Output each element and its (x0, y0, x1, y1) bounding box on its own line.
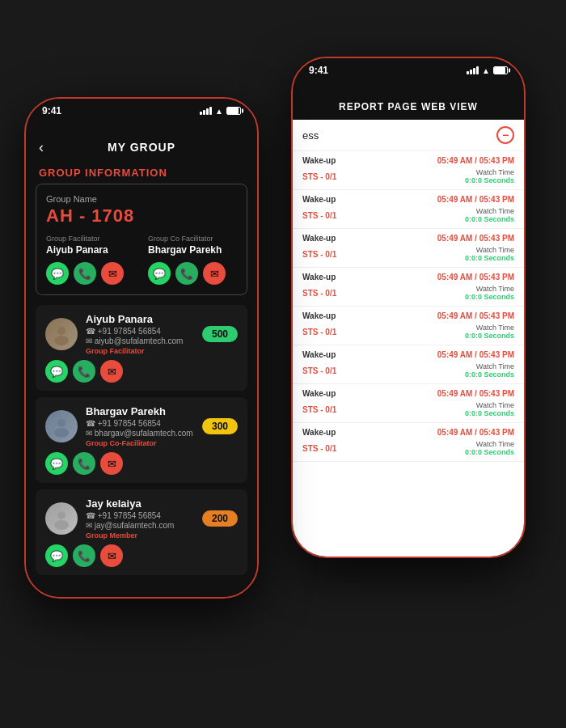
signal-bars-icon (200, 107, 212, 115)
battery-2-icon (493, 66, 508, 74)
member-2-whatsapp-btn[interactable]: 💬 (45, 544, 68, 567)
member-name-0: Aiyub Panara (86, 313, 202, 325)
report-times-7: 05:49 AM / 05:43 PM (437, 428, 514, 437)
group-info-card: Group Name AH - 1708 Group Facilitator A… (36, 184, 247, 295)
member-actions-2: 💬 📞 ✉ (45, 544, 238, 567)
member-2-email-btn[interactable]: ✉ (100, 544, 123, 567)
avatar-2 (45, 502, 78, 535)
report-row-bottom-4: STS - 0/1 Watch Time 0:0:0 Seconds (293, 322, 524, 345)
member-name-1: Bhargav Parekh (86, 405, 202, 417)
phone1-content: GROUP INFORMATION Group Name AH - 1708 G… (26, 160, 257, 599)
report-sts-7: STS - 0/1 (302, 444, 336, 453)
watch-time-value-6: 0:0:0 Seconds (465, 409, 514, 417)
member-0-call-btn[interactable]: 📞 (73, 360, 95, 383)
member-1-call-btn[interactable]: 📞 (73, 452, 95, 475)
svg-point-1 (54, 336, 69, 345)
member-1-email-btn[interactable]: ✉ (100, 452, 123, 475)
cofacilitator-email-btn[interactable]: ✉ (203, 262, 226, 285)
svg-point-4 (57, 511, 65, 519)
watch-col-6: Watch Time 0:0:0 Seconds (465, 401, 514, 417)
back-button[interactable]: ‹ (39, 139, 44, 156)
member-header-0: Aiyub Panara ☎ +91 97854 56854 ✉ aiyub@s… (45, 313, 238, 355)
svg-point-2 (57, 419, 65, 427)
facilitator-actions: 💬 📞 ✉ (46, 262, 135, 285)
facilitators-row: Group Facilitator Aiyub Panara 💬 📞 ✉ Gro… (46, 235, 237, 285)
report-row-1: Wake-up 05:49 AM / 05:43 PM STS - 0/1 Wa… (293, 190, 524, 229)
member-1-whatsapp-btn[interactable]: 💬 (45, 452, 68, 475)
report-sts-6: STS - 0/1 (302, 405, 336, 414)
report-row-4: Wake-up 05:49 AM / 05:43 PM STS - 0/1 Wa… (293, 307, 524, 345)
report-sts-3: STS - 0/1 (302, 289, 336, 298)
member-phone-0: ☎ +91 97854 56854 (86, 327, 202, 336)
member-email-2: ✉ jay@sufalamtech.com (86, 521, 202, 530)
report-row-top-6: Wake-up 05:49 AM / 05:43 PM (293, 384, 524, 400)
report-top-bar: ess − (293, 120, 524, 151)
status-icons-1: ▲ (200, 107, 241, 116)
member-score-0: 500 (202, 326, 238, 342)
member-role-2: Group Member (86, 531, 202, 540)
member-score-1: 300 (202, 418, 238, 434)
group-name-label: Group Name (46, 194, 237, 204)
svg-point-5 (54, 520, 69, 530)
report-minus-button[interactable]: − (496, 126, 514, 144)
watch-time-value-5: 0:0:0 Seconds (465, 370, 514, 379)
member-0-email-btn[interactable]: ✉ (100, 360, 123, 383)
svg-point-0 (57, 327, 65, 335)
report-times-1: 05:49 AM / 05:43 PM (437, 195, 514, 204)
report-content: ess − Wake-up 05:49 AM / 05:43 PM STS - … (293, 120, 524, 558)
report-sts-5: STS - 0/1 (302, 366, 336, 375)
watch-time-label-1: Watch Time (465, 207, 514, 215)
report-row-top-2: Wake-up 05:49 AM / 05:43 PM (293, 229, 524, 244)
phone-1: 9:41 ▲ ‹ MY GROUP GROUP IN (24, 97, 259, 599)
member-info-1: Bhargav Parekh ☎ +91 97854 56854 ✉ bharg… (86, 405, 202, 447)
watch-col-0: Watch Time 0:0:0 Seconds (465, 168, 514, 184)
report-times-4: 05:49 AM / 05:43 PM (437, 311, 514, 320)
report-row-top-5: Wake-up 05:49 AM / 05:43 PM (293, 345, 524, 361)
watch-col-3: Watch Time 0:0:0 Seconds (465, 285, 514, 301)
report-ess-label: ess (302, 129, 319, 142)
report-row-bottom-7: STS - 0/1 Watch Time 0:0:0 Seconds (293, 438, 524, 461)
facilitator-email-btn[interactable]: ✉ (101, 262, 124, 285)
wakeup-label-3: Wake-up (302, 273, 336, 281)
cofacilitator-whatsapp-btn[interactable]: 💬 (148, 262, 171, 285)
report-row-bottom-0: STS - 0/1 Watch Time 0:0:0 Seconds (293, 167, 524, 189)
facilitator-whatsapp-btn[interactable]: 💬 (46, 262, 69, 285)
watch-time-label-4: Watch Time (465, 324, 514, 332)
report-row-bottom-6: STS - 0/1 Watch Time 0:0:0 Seconds (293, 400, 524, 422)
member-role-1: Group Co-Facilitator (86, 439, 202, 447)
wakeup-label-4: Wake-up (302, 311, 336, 320)
watch-time-value-4: 0:0:0 Seconds (465, 332, 514, 340)
member-header-2: Jay kelaiya ☎ +91 97854 56854 ✉ jay@sufa… (45, 497, 238, 540)
facilitator-label: Group Facilitator (46, 235, 135, 243)
report-times-6: 05:49 AM / 05:43 PM (437, 389, 514, 398)
page-title-mygroup: MY GROUP (108, 141, 175, 154)
report-row-top-3: Wake-up 05:49 AM / 05:43 PM (293, 268, 524, 283)
wifi-icon: ▲ (215, 107, 223, 116)
report-times-5: 05:49 AM / 05:43 PM (437, 350, 514, 359)
member-phone-1: ☎ +91 97854 56854 (86, 419, 202, 428)
group-info-section-title: GROUP INFORMATION (26, 160, 257, 184)
watch-col-1: Watch Time 0:0:0 Seconds (465, 207, 514, 223)
report-row-7: Wake-up 05:49 AM / 05:43 PM STS - 0/1 Wa… (293, 423, 524, 462)
report-sts-4: STS - 0/1 (302, 328, 336, 336)
cofacilitator-call-btn[interactable]: 📞 (175, 262, 198, 285)
report-row-top-0: Wake-up 05:49 AM / 05:43 PM (293, 151, 524, 167)
signal-bars-2-icon (467, 66, 479, 74)
watch-time-label-3: Watch Time (465, 285, 514, 293)
wakeup-label-7: Wake-up (302, 428, 336, 437)
watch-time-label-0: Watch Time (465, 168, 514, 176)
cofacilitator-label: Group Co Facilitator (148, 235, 237, 243)
phone-2: 9:41 ▲ REPORT PAGE WEB VIEW (291, 57, 526, 558)
watch-time-label-6: Watch Time (465, 401, 514, 409)
avatar-1 (45, 410, 78, 442)
status-bar-2: 9:41 ▲ (293, 58, 524, 79)
member-0-whatsapp-btn[interactable]: 💬 (45, 360, 68, 383)
watch-time-label-2: Watch Time (465, 246, 514, 254)
member-2-call-btn[interactable]: 📞 (73, 544, 95, 567)
notch-2 (376, 79, 441, 94)
report-row-2: Wake-up 05:49 AM / 05:43 PM STS - 0/1 Wa… (293, 229, 524, 268)
facilitator-call-btn[interactable]: 📞 (74, 262, 96, 285)
watch-col-7: Watch Time 0:0:0 Seconds (465, 440, 514, 456)
report-row-0: Wake-up 05:49 AM / 05:43 PM STS - 0/1 Wa… (293, 151, 524, 190)
member-actions-0: 💬 📞 ✉ (45, 360, 238, 383)
